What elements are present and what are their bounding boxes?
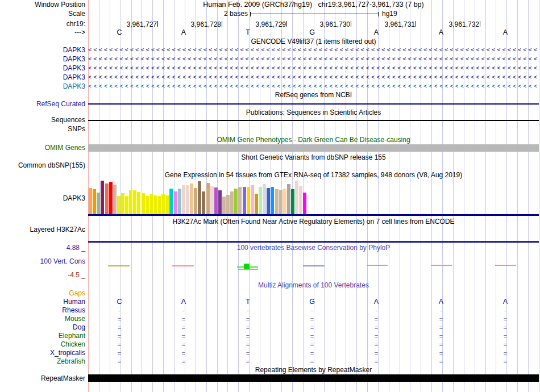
multiz-species-label[interactable]: Zebrafish: [0, 358, 85, 365]
multiz-alignment-mark[interactable]: =: [436, 341, 446, 348]
gencode-transcript-line[interactable]: <<<<<<<<<<<<<<<<<<<<<<<<<<<<<<<<<<<<<<<<…: [88, 55, 538, 64]
h3k27ac-signal-navy-line[interactable]: [88, 241, 539, 243]
multiz-alignment-mark[interactable]: -: [307, 307, 317, 314]
multiz-alignment-mark[interactable]: =: [307, 341, 317, 348]
gtex-tissue-bar[interactable]: [238, 187, 242, 214]
multiz-alignment-mark[interactable]: =: [307, 324, 317, 331]
gtex-tissue-bar[interactable]: [295, 181, 298, 214]
gtex-title[interactable]: Gene Expression in 54 tissues from GTEx …: [88, 172, 539, 179]
multiz-alignment-mark[interactable]: =: [500, 341, 510, 348]
refseq-gene-line[interactable]: [88, 103, 539, 105]
gtex-tissue-bar[interactable]: [89, 188, 92, 214]
gtex-tissue-bar[interactable]: [186, 185, 189, 214]
gencode-transcript-label[interactable]: DAPK3: [0, 74, 85, 81]
gtex-tissue-bar[interactable]: [206, 183, 210, 214]
multiz-species-label[interactable]: Chicken: [0, 341, 85, 348]
multiz-alignment-mark[interactable]: =: [114, 350, 124, 357]
multiz-alignment-mark[interactable]: =: [178, 341, 189, 348]
gtex-tissue-bar[interactable]: [247, 187, 250, 214]
gtex-tissue-bar[interactable]: [137, 192, 140, 214]
gtex-tissue-bar[interactable]: [101, 181, 104, 214]
gtex-tissue-bar[interactable]: [178, 189, 181, 214]
refseq-title[interactable]: RefSeq genes from NCBI: [88, 91, 539, 99]
conservation-mark[interactable]: [431, 265, 452, 266]
gtex-tissue-bar[interactable]: [157, 196, 161, 214]
multiz-human-base[interactable]: G: [305, 298, 319, 306]
gencode-transcript-line[interactable]: <<<<<<<<<<<<<<<<<<<<<<<<<<<<<<<<<<<<<<<<…: [88, 64, 538, 73]
sequence-base[interactable]: A: [369, 28, 383, 36]
multiz-alignment-mark[interactable]: -: [500, 307, 510, 314]
multiz-species-label[interactable]: Human: [0, 298, 85, 306]
gtex-tissue-bar[interactable]: [113, 185, 117, 214]
gtex-tissue-bar[interactable]: [182, 185, 185, 214]
gtex-tissue-bar[interactable]: [267, 188, 270, 214]
gtex-tissue-bar[interactable]: [271, 187, 274, 214]
gtex-tissue-bar[interactable]: [255, 194, 258, 214]
sequence-base[interactable]: T: [241, 28, 255, 36]
dbsnp-title[interactable]: Short Genetic Variants from dbSNP releas…: [88, 154, 539, 161]
gtex-tissue-bar[interactable]: [210, 186, 214, 214]
gtex-tissue-bar[interactable]: [303, 193, 306, 214]
conservation-mark[interactable]: [495, 265, 516, 266]
conservation-mark[interactable]: [367, 265, 388, 266]
gtex-tissue-bar[interactable]: [129, 190, 132, 214]
track-label-refseq-curated[interactable]: RefSeq Curated: [0, 101, 85, 108]
track-label-common-dbsnp[interactable]: Common dbSNP(155): [0, 162, 85, 169]
multiz-alignment-mark[interactable]: -: [436, 307, 446, 314]
gtex-tissue-bar[interactable]: [202, 191, 205, 214]
sequence-base[interactable]: A: [177, 28, 190, 36]
gtex-tissue-bar[interactable]: [299, 186, 302, 214]
multiz-alignment-mark[interactable]: =: [114, 358, 124, 365]
conservation-mark[interactable]: [238, 269, 258, 270]
gtex-tissue-bar[interactable]: [105, 184, 109, 214]
gtex-tissue-bar[interactable]: [251, 185, 254, 214]
multiz-alignment-mark[interactable]: =: [307, 333, 317, 340]
track-label-100-vert-cons[interactable]: 100 Vert. Cons: [0, 258, 85, 265]
multiz-human-base[interactable]: A: [177, 298, 190, 306]
omim-title[interactable]: OMIM Gene Phenotypes - Dark Green Can Be…: [88, 136, 539, 144]
conservation-mark[interactable]: [108, 265, 130, 266]
multiz-species-label[interactable]: Dog: [0, 324, 85, 331]
multiz-alignment-mark[interactable]: =: [436, 333, 446, 340]
multiz-human-base[interactable]: T: [241, 298, 255, 306]
track-label-snps[interactable]: SNPs: [0, 126, 85, 133]
multiz-species-label[interactable]: Rhesus: [0, 307, 85, 314]
gtex-tissue-bar[interactable]: [165, 195, 169, 214]
multiz-alignment-mark[interactable]: =: [436, 350, 446, 357]
gencode-title[interactable]: GENCODE V49lift37 (1 items filtered out): [88, 38, 539, 45]
track-label-omim-genes[interactable]: OMIM Genes: [0, 144, 85, 152]
multiz-alignment-mark[interactable]: -: [114, 307, 124, 314]
multiz-alignment-mark[interactable]: =: [436, 316, 446, 323]
multiz-alignment-mark[interactable]: =: [243, 316, 253, 323]
multiz-alignment-mark[interactable]: -: [178, 307, 189, 314]
gencode-transcript-line[interactable]: <<<<<<<<<<<<<<<<<<<<<<<<<<<<<<<<<<<<<<<<…: [88, 82, 538, 91]
multiz-alignment-mark[interactable]: =: [500, 358, 510, 365]
multiz-alignment-mark[interactable]: =: [500, 350, 510, 357]
gtex-tissue-bar[interactable]: [125, 196, 128, 214]
multiz-alignment-mark[interactable]: =: [243, 350, 253, 357]
gencode-transcript-line[interactable]: <<<<<<<<<<<<<<<<<<<<<<<<<<<<<<<<<<<<<<<<…: [88, 45, 538, 55]
multiz-alignment-mark[interactable]: =: [371, 316, 381, 323]
gtex-tissue-bar[interactable]: [169, 189, 173, 214]
gtex-tissue-bar[interactable]: [214, 187, 218, 214]
omim-gene-bar[interactable]: [88, 144, 539, 152]
multiz-human-base[interactable]: C: [113, 298, 126, 306]
multiz-alignment-mark[interactable]: =: [178, 333, 189, 340]
gtex-tissue-bar[interactable]: [279, 190, 283, 214]
track-label-repeatmasker[interactable]: RepeatMasker: [0, 375, 85, 382]
publications-title[interactable]: Publications: Sequences in Scientific Ar…: [88, 109, 539, 116]
gtex-tissue-bar[interactable]: [153, 195, 157, 214]
multiz-alignment-mark[interactable]: =: [307, 350, 317, 357]
track-label-gtex-dapk3[interactable]: DAPK3: [0, 195, 85, 202]
repeatmasker-title[interactable]: Repeating Elements by RepeatMasker: [88, 366, 539, 374]
gtex-tissue-bar[interactable]: [146, 196, 149, 214]
multiz-alignment-mark[interactable]: =: [243, 341, 253, 348]
gencode-transcript-label[interactable]: DAPK3: [0, 47, 85, 54]
publications-item-line[interactable]: [88, 120, 539, 121]
gtex-tissue-bar[interactable]: [190, 184, 193, 214]
multiz-species-label[interactable]: Mouse: [0, 315, 85, 323]
multiz-alignment-mark[interactable]: =: [371, 333, 381, 340]
multiz-alignment-mark[interactable]: =: [114, 341, 124, 348]
multiz-title[interactable]: Multiz Alignments of 100 Vertebrates: [88, 282, 539, 289]
multiz-alignment-mark[interactable]: =: [243, 358, 253, 365]
